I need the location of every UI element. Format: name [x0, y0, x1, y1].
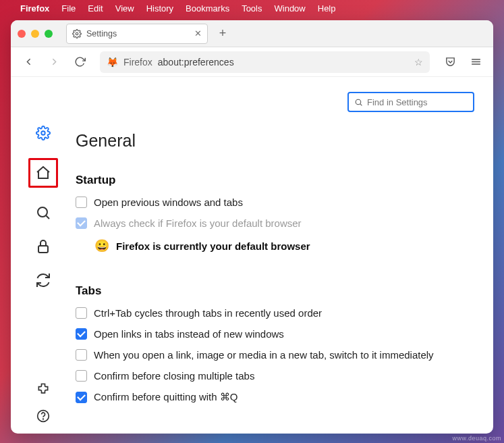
- menubar-view[interactable]: View: [115, 3, 134, 14]
- browser-tab-settings[interactable]: Settings ✕: [66, 24, 208, 44]
- option-ctrl-tab[interactable]: Ctrl+Tab cycles through tabs in recently…: [76, 307, 480, 319]
- sidebar-item-extensions[interactable]: [36, 382, 50, 396]
- option-switch-immediately[interactable]: When you open a link, image or media in …: [76, 349, 480, 361]
- checkbox-checked-disabled: [76, 217, 87, 229]
- option-confirm-close[interactable]: Confirm before closing multiple tabs: [76, 370, 480, 382]
- search-icon: [354, 98, 363, 107]
- checkbox-unchecked[interactable]: [76, 197, 87, 208]
- close-window-button[interactable]: [18, 30, 26, 38]
- checkbox-checked[interactable]: [76, 392, 87, 403]
- checkbox-unchecked[interactable]: [76, 370, 87, 382]
- svg-point-10: [356, 99, 361, 105]
- option-label: Confirm before quitting with ⌘Q: [94, 391, 237, 403]
- settings-main-panel: Find in Settings General Startup Open pr…: [76, 77, 493, 434]
- settings-sidebar: [11, 77, 76, 434]
- status-text: Firefox is currently your default browse…: [116, 240, 310, 252]
- forward-button[interactable]: [45, 53, 63, 72]
- browser-window: Settings ✕ + 🦊 Firefox about:preferences…: [11, 20, 493, 434]
- menubar-history[interactable]: History: [146, 3, 173, 14]
- menubar-edit[interactable]: Edit: [88, 3, 103, 14]
- app-menu-button[interactable]: [466, 53, 485, 72]
- watermark-text: www.deuaq.com: [452, 435, 501, 442]
- menubar-file[interactable]: File: [61, 3, 76, 14]
- svg-point-5: [38, 207, 47, 217]
- svg-point-4: [41, 131, 45, 135]
- svg-point-9: [43, 419, 44, 419]
- svg-point-0: [76, 32, 78, 35]
- macos-menubar: Firefox File Edit View History Bookmarks…: [0, 0, 504, 16]
- sidebar-item-privacy[interactable]: [34, 238, 52, 255]
- startup-heading: Startup: [76, 174, 480, 187]
- option-confirm-quit[interactable]: Confirm before quitting with ⌘Q: [76, 391, 480, 403]
- checkbox-unchecked[interactable]: [76, 307, 87, 319]
- sidebar-item-general[interactable]: [34, 124, 52, 142]
- option-label: Always check if Firefox is your default …: [94, 217, 302, 229]
- sidebar-item-search[interactable]: [34, 204, 52, 222]
- sidebar-item-help[interactable]: [36, 409, 50, 423]
- checkbox-checked[interactable]: [76, 328, 87, 340]
- page-title: General: [76, 131, 480, 151]
- gear-icon: [72, 29, 82, 38]
- url-text: about:preferences: [158, 57, 234, 68]
- option-check-default: Always check if Firefox is your default …: [76, 217, 480, 229]
- option-label: When you open a link, image or media in …: [94, 349, 434, 361]
- default-browser-status: 😀 Firefox is currently your default brow…: [94, 238, 480, 253]
- svg-line-6: [47, 216, 50, 219]
- svg-rect-7: [38, 246, 48, 253]
- option-open-links-tabs[interactable]: Open links in tabs instead of new window…: [76, 328, 480, 340]
- back-button[interactable]: [19, 53, 38, 72]
- window-controls: [18, 30, 53, 38]
- tab-strip: Settings ✕ +: [11, 20, 493, 47]
- option-label: Open links in tabs instead of new window…: [94, 328, 284, 340]
- menubar-help[interactable]: Help: [318, 3, 336, 14]
- settings-content: Find in Settings General Startup Open pr…: [11, 77, 493, 434]
- url-context: Firefox: [123, 57, 152, 68]
- reload-button[interactable]: [70, 53, 89, 72]
- menubar-bookmarks[interactable]: Bookmarks: [186, 3, 229, 14]
- navigation-toolbar: 🦊 Firefox about:preferences ☆: [11, 47, 493, 77]
- maximize-window-button[interactable]: [45, 30, 53, 38]
- svg-line-11: [360, 103, 362, 105]
- firefox-icon: 🦊: [107, 57, 118, 68]
- find-in-settings-input[interactable]: Find in Settings: [347, 92, 474, 112]
- option-label: Open previous windows and tabs: [94, 197, 243, 208]
- menubar-app-name[interactable]: Firefox: [20, 3, 49, 14]
- option-label: Ctrl+Tab cycles through tabs in recently…: [94, 307, 322, 319]
- option-label: Confirm before closing multiple tabs: [94, 370, 254, 382]
- search-placeholder: Find in Settings: [367, 97, 428, 107]
- tab-title: Settings: [86, 29, 117, 38]
- tabs-heading: Tabs: [76, 284, 480, 298]
- menubar-tools[interactable]: Tools: [242, 3, 262, 14]
- close-tab-icon[interactable]: ✕: [194, 28, 202, 38]
- sidebar-item-home[interactable]: [28, 158, 58, 188]
- address-bar[interactable]: 🦊 Firefox about:preferences ☆: [100, 51, 430, 73]
- menubar-window[interactable]: Window: [275, 3, 306, 14]
- bookmark-star-icon[interactable]: ☆: [414, 57, 423, 68]
- new-tab-button[interactable]: +: [213, 24, 232, 43]
- save-to-pocket-button[interactable]: [441, 53, 459, 72]
- minimize-window-button[interactable]: [31, 30, 39, 38]
- smile-icon: 😀: [94, 238, 109, 253]
- option-open-previous[interactable]: Open previous windows and tabs: [76, 197, 480, 208]
- sidebar-item-sync[interactable]: [34, 271, 52, 289]
- checkbox-unchecked[interactable]: [76, 349, 87, 361]
